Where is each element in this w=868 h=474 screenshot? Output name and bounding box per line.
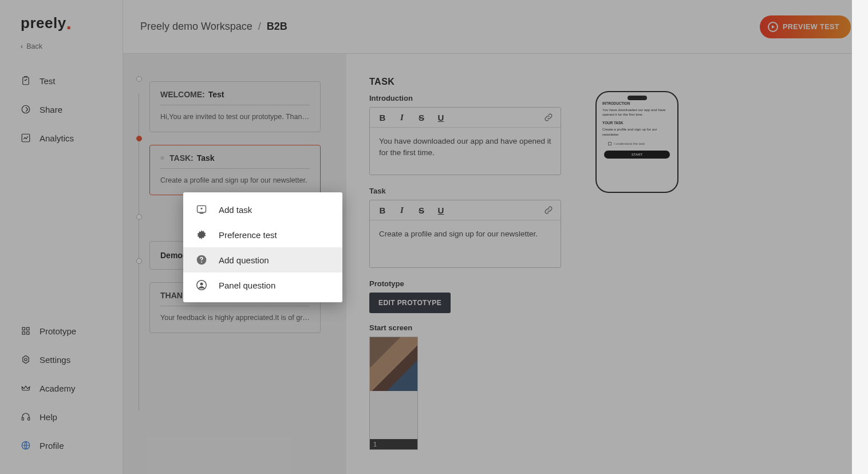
question-icon: [196, 254, 207, 266]
modal-overlay[interactable]: [0, 0, 868, 474]
menu-add-question[interactable]: Add question: [183, 247, 342, 272]
svg-point-17: [200, 282, 203, 285]
menu-preference-test[interactable]: Preference test: [183, 222, 342, 247]
task-icon: [196, 204, 207, 215]
menu-panel-question[interactable]: Panel question: [183, 272, 342, 298]
person-icon: [196, 279, 207, 291]
add-step-menu: Add task Preference test Add question Pa…: [183, 192, 342, 302]
gear-icon: [196, 229, 207, 240]
vertical-scrollbar[interactable]: [852, 0, 868, 474]
svg-point-15: [201, 262, 202, 263]
menu-add-task[interactable]: Add task: [183, 197, 342, 222]
